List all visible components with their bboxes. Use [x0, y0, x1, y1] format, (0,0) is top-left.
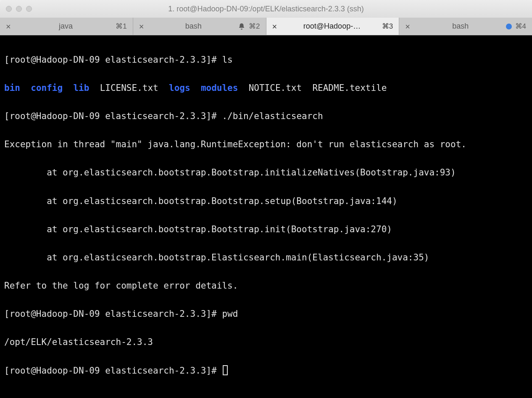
tab-bar: × java ⌘1 × bash ⌘2 × root@Ha	[0, 18, 532, 35]
terminal-window: 1. root@Hadoop-DN-09:/opt/ELK/elasticsea…	[0, 0, 532, 398]
titlebar: 1. root@Hadoop-DN-09:/opt/ELK/elasticsea…	[0, 0, 532, 18]
terminal-line: /opt/ELK/elasticsearch-2.3.3	[4, 335, 528, 350]
terminal-line: at org.elasticsearch.bootstrap.Elasticse…	[4, 251, 528, 265]
terminal-line: [root@Hadoop-DN-09 elasticsearch-2.3.3]#	[4, 364, 528, 378]
terminal-line: at org.elasticsearch.bootstrap.Bootstrap…	[4, 223, 528, 237]
terminal-line: bin config lib LICENSE.txt logs modules …	[4, 81, 528, 96]
tab-bash-1[interactable]: × bash ⌘2	[133, 18, 266, 35]
traffic-lights	[0, 6, 32, 12]
tab-root-hadoop[interactable]: × root@Hadoop-… ⌘3	[266, 18, 400, 35]
command: ls	[222, 55, 232, 65]
ls-file: README.textile	[312, 83, 387, 93]
terminal-line: Refer to the log for complete error deta…	[4, 279, 528, 293]
ls-dir: config	[31, 83, 63, 93]
terminal-line: [root@Hadoop-DN-09 elasticsearch-2.3.3]#…	[4, 307, 528, 321]
command: ./bin/elasticsearch	[222, 111, 323, 121]
bell-icon	[238, 23, 245, 30]
close-icon[interactable]: ×	[138, 22, 145, 31]
tab-java[interactable]: × java ⌘1	[0, 18, 133, 35]
tab-shortcut: ⌘2	[249, 22, 260, 31]
ls-dir: logs	[169, 83, 190, 93]
prompt: [root@Hadoop-DN-09 elasticsearch-2.3.3]#	[4, 309, 222, 319]
terminal-line: at org.elasticsearch.bootstrap.Bootstrap…	[4, 166, 528, 180]
ls-dir: modules	[201, 83, 238, 93]
close-icon[interactable]: ×	[404, 22, 411, 31]
terminal-line: Exception in thread "main" java.lang.Run…	[4, 138, 528, 152]
minimize-window-button[interactable]	[16, 6, 22, 12]
cursor	[223, 365, 228, 375]
ls-file: NOTICE.txt	[249, 83, 302, 93]
tab-shortcut: ⌘4	[515, 22, 526, 31]
terminal-line: [root@Hadoop-DN-09 elasticsearch-2.3.3]#…	[4, 109, 528, 124]
ls-file: LICENSE.txt	[100, 83, 158, 93]
tab-title: root@Hadoop-…	[282, 22, 382, 31]
tab-title: java	[16, 22, 116, 31]
tab-shortcut: ⌘3	[382, 22, 393, 31]
tab-title: bash	[149, 22, 238, 31]
tab-bash-2[interactable]: × bash ⌘4	[399, 18, 532, 35]
close-icon[interactable]: ×	[271, 22, 278, 31]
close-window-button[interactable]	[6, 6, 12, 12]
close-icon[interactable]: ×	[5, 22, 12, 31]
activity-dot-icon	[506, 24, 512, 29]
tab-title: bash	[415, 22, 506, 31]
command: pwd	[222, 309, 238, 319]
terminal-line: [root@Hadoop-DN-09 elasticsearch-2.3.3]#…	[4, 53, 528, 67]
prompt: [root@Hadoop-DN-09 elasticsearch-2.3.3]#	[4, 55, 222, 65]
tab-shortcut: ⌘1	[116, 22, 126, 31]
zoom-window-button[interactable]	[26, 6, 32, 12]
prompt: [root@Hadoop-DN-09 elasticsearch-2.3.3]#	[4, 366, 222, 376]
prompt: [root@Hadoop-DN-09 elasticsearch-2.3.3]#	[4, 111, 222, 121]
ls-dir: bin	[4, 83, 20, 93]
ls-dir: lib	[73, 83, 89, 93]
window-title: 1. root@Hadoop-DN-09:/opt/ELK/elasticsea…	[0, 5, 532, 13]
terminal-content[interactable]: [root@Hadoop-DN-09 elasticsearch-2.3.3]#…	[0, 35, 532, 398]
terminal-line: at org.elasticsearch.bootstrap.Bootstrap…	[4, 194, 528, 209]
